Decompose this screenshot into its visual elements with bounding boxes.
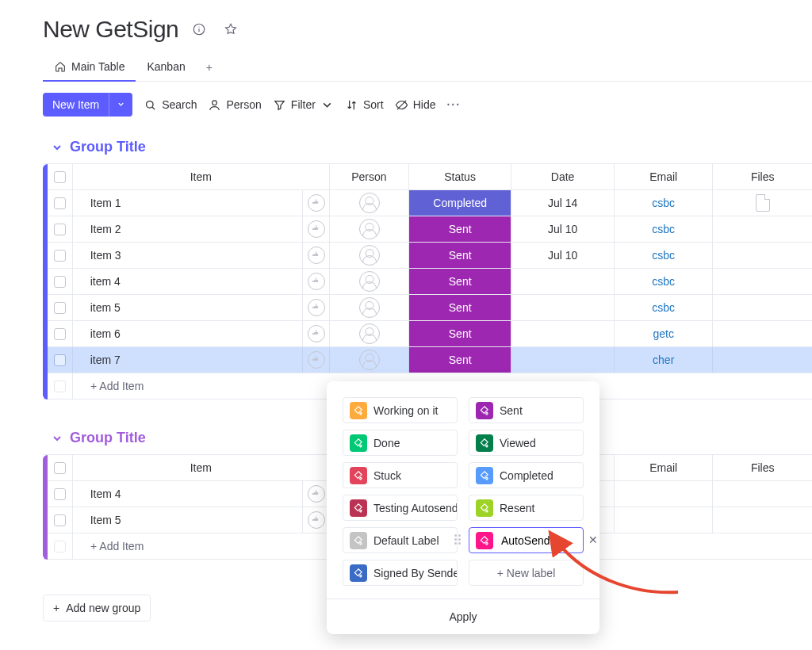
- open-conversation-button[interactable]: [303, 216, 330, 242]
- table-row[interactable]: item 6 Sent getc: [43, 321, 812, 347]
- files-cell[interactable]: [713, 347, 812, 373]
- files-cell[interactable]: [713, 216, 812, 242]
- add-view-button[interactable]: +: [197, 55, 222, 80]
- status-label-chip[interactable]: Resent: [469, 495, 584, 521]
- date-cell[interactable]: [511, 269, 614, 294]
- status-cell[interactable]: Sent: [409, 347, 511, 373]
- files-cell[interactable]: [713, 507, 812, 533]
- item-name-cell[interactable]: item 6: [73, 321, 304, 346]
- open-conversation-button[interactable]: [303, 190, 330, 216]
- item-name-cell[interactable]: item 7: [73, 347, 304, 373]
- more-options-button[interactable]: ···: [446, 98, 461, 111]
- tab-kanban[interactable]: Kanban: [136, 54, 196, 81]
- person-cell[interactable]: [330, 216, 409, 242]
- status-label-chip[interactable]: Viewed: [469, 430, 584, 456]
- search-button[interactable]: Search: [144, 98, 197, 112]
- person-filter-button[interactable]: Person: [208, 98, 261, 112]
- email-cell[interactable]: csbc: [615, 269, 714, 294]
- person-cell[interactable]: [330, 347, 409, 373]
- column-header-date[interactable]: Date: [511, 164, 615, 189]
- date-cell[interactable]: Jul 10: [511, 216, 614, 242]
- column-header-files[interactable]: Files: [713, 164, 812, 189]
- status-label-chip[interactable]: Testing Autosend: [343, 495, 458, 521]
- add-new-label-button[interactable]: + New label: [469, 560, 584, 586]
- group-header[interactable]: Group Title: [32, 136, 812, 163]
- date-cell[interactable]: Jul 14: [511, 190, 614, 216]
- person-cell[interactable]: [330, 321, 409, 346]
- person-cell[interactable]: [330, 243, 409, 268]
- date-cell[interactable]: Jul 10: [511, 243, 614, 268]
- sort-button[interactable]: Sort: [345, 98, 384, 112]
- status-label-chip[interactable]: Completed: [469, 462, 584, 488]
- status-label-chip[interactable]: Working on it: [343, 397, 458, 423]
- email-cell[interactable]: csbc: [615, 295, 714, 320]
- person-cell[interactable]: [330, 269, 409, 294]
- item-name-cell[interactable]: Item 4: [73, 481, 304, 507]
- column-header-item[interactable]: Item: [73, 164, 330, 189]
- remove-label-button[interactable]: ✕: [588, 533, 598, 546]
- filter-button[interactable]: Filter: [273, 98, 334, 112]
- files-cell[interactable]: [713, 321, 812, 346]
- files-cell[interactable]: [713, 190, 812, 216]
- status-cell[interactable]: Sent: [409, 243, 511, 268]
- files-cell[interactable]: [713, 243, 812, 268]
- table-row[interactable]: item 4 Sent csbc: [43, 269, 812, 295]
- table-row[interactable]: item 5 Sent csbc: [43, 295, 812, 321]
- table-row[interactable]: Item 2 Sent Jul 10 csbc: [43, 216, 812, 243]
- item-name-cell[interactable]: item 5: [73, 295, 304, 320]
- files-cell[interactable]: [713, 481, 812, 507]
- email-cell[interactable]: getc: [615, 321, 714, 346]
- item-name-cell[interactable]: Item 5: [73, 507, 304, 533]
- email-cell[interactable]: cher: [615, 347, 714, 373]
- apply-button[interactable]: Apply: [327, 598, 599, 634]
- column-header-files[interactable]: Files: [713, 455, 812, 480]
- files-cell[interactable]: [713, 269, 812, 294]
- board-title[interactable]: New GetSign: [43, 16, 178, 43]
- column-header-email[interactable]: Email: [615, 455, 714, 480]
- status-label-chip[interactable]: Stuck: [343, 462, 458, 488]
- status-label-chip[interactable]: Default Label: [343, 527, 458, 553]
- status-label-chip-editing[interactable]: [469, 527, 584, 553]
- star-icon[interactable]: [220, 18, 242, 40]
- column-header-status[interactable]: Status: [409, 164, 512, 189]
- drag-handle-icon[interactable]: [454, 534, 461, 545]
- open-conversation-button[interactable]: [303, 269, 330, 294]
- status-cell[interactable]: Completed: [409, 190, 511, 216]
- status-cell[interactable]: Sent: [409, 295, 511, 320]
- email-cell[interactable]: csbc: [615, 190, 714, 216]
- open-conversation-button[interactable]: [303, 347, 330, 373]
- paint-bucket-icon[interactable]: [476, 532, 493, 549]
- new-item-button[interactable]: New Item: [43, 93, 132, 117]
- email-cell[interactable]: csbc: [615, 243, 714, 268]
- tab-main-table[interactable]: Main Table: [43, 54, 136, 81]
- hide-button[interactable]: Hide: [395, 98, 436, 112]
- status-label-chip[interactable]: Sent: [469, 397, 584, 423]
- status-label-chip[interactable]: Done: [343, 430, 458, 456]
- status-label-chip[interactable]: Signed By Sender: [343, 560, 458, 586]
- open-conversation-button[interactable]: [303, 295, 330, 320]
- person-cell[interactable]: [330, 295, 409, 320]
- table-row[interactable]: Item 3 Sent Jul 10 csbc: [43, 243, 812, 269]
- status-cell[interactable]: Sent: [409, 269, 511, 294]
- item-name-cell[interactable]: Item 3: [73, 243, 304, 268]
- status-cell[interactable]: Sent: [409, 321, 511, 346]
- person-cell[interactable]: [330, 190, 409, 216]
- chevron-down-icon[interactable]: [109, 93, 132, 117]
- item-name-cell[interactable]: Item 2: [73, 216, 304, 242]
- email-cell[interactable]: [615, 507, 714, 533]
- files-cell[interactable]: [713, 295, 812, 320]
- date-cell[interactable]: [511, 321, 614, 346]
- item-name-cell[interactable]: Item 1: [73, 190, 304, 216]
- item-name-cell[interactable]: item 4: [73, 269, 304, 294]
- status-cell[interactable]: Sent: [409, 216, 511, 242]
- label-name-input[interactable]: [500, 533, 576, 548]
- email-cell[interactable]: csbc: [615, 216, 714, 242]
- column-header-item[interactable]: Item: [73, 455, 330, 480]
- table-row[interactable]: item 7 Sent cher: [43, 347, 812, 373]
- date-cell[interactable]: [511, 295, 614, 320]
- date-cell[interactable]: [511, 347, 614, 373]
- info-icon[interactable]: [188, 18, 210, 40]
- email-cell[interactable]: [615, 481, 714, 507]
- open-conversation-button[interactable]: [303, 243, 330, 268]
- add-group-button[interactable]: + Add new group: [43, 595, 151, 621]
